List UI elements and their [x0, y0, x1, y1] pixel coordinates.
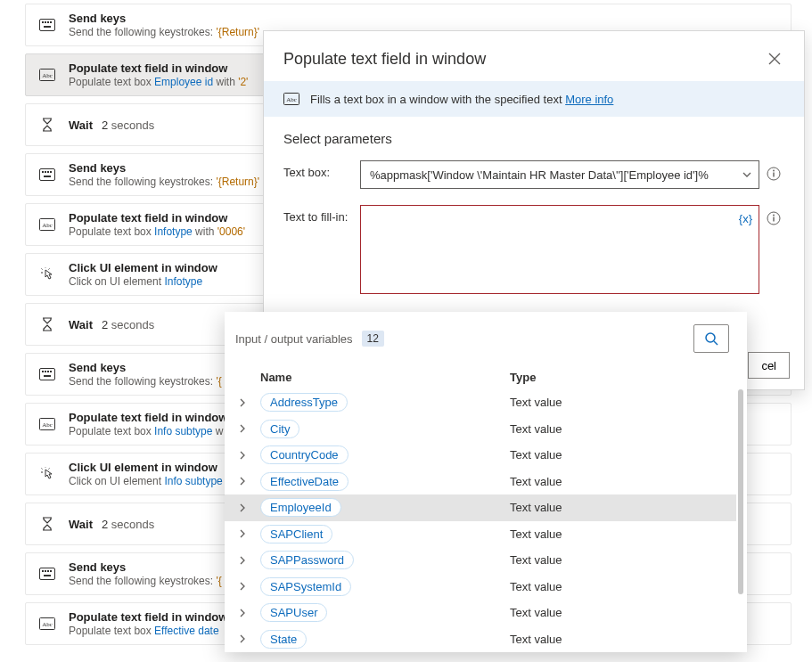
variable-type: Text value — [510, 553, 736, 567]
svg-rect-18 — [45, 371, 46, 372]
sendkeys-icon — [38, 565, 56, 583]
svg-rect-13 — [44, 176, 51, 177]
populate-icon: Abc — [38, 66, 56, 84]
populate-icon: Abc — [38, 216, 56, 233]
variable-row[interactable]: StateText value — [225, 626, 736, 653]
variable-row[interactable]: EmployeeIdText value — [225, 494, 736, 521]
variable-row[interactable]: SAPClientText value — [225, 521, 736, 548]
step-title: Populate text field in window — [69, 61, 248, 75]
svg-rect-16 — [40, 369, 55, 380]
populate-icon: Abc — [38, 415, 56, 433]
svg-rect-29 — [44, 575, 51, 576]
variable-chip[interactable]: CountryCode — [260, 445, 349, 464]
variable-row[interactable]: SAPSystemIdText value — [225, 574, 736, 601]
step-title: Send keys — [69, 560, 222, 574]
variable-row[interactable]: CountryCodeText value — [225, 442, 736, 469]
abc-icon: Abc — [283, 92, 299, 106]
svg-rect-1 — [42, 21, 44, 23]
populate-icon: Abc — [38, 615, 56, 633]
text-box-input[interactable] — [360, 160, 759, 189]
svg-text:Abc: Abc — [42, 72, 53, 79]
chevron-right-icon — [239, 424, 260, 433]
step-title: Wait — [69, 119, 93, 132]
column-header-type: Type — [510, 371, 736, 384]
svg-rect-39 — [773, 217, 774, 222]
variable-chip[interactable]: State — [260, 630, 307, 649]
variable-row[interactable]: SAPUserText value — [225, 600, 736, 626]
search-button[interactable] — [693, 324, 729, 353]
variable-type: Text value — [510, 633, 736, 646]
step-subtitle: Click on UI element Infotype — [69, 275, 217, 288]
variable-chip[interactable]: City — [260, 420, 299, 438]
info-icon[interactable] — [767, 160, 784, 181]
variable-row[interactable]: AddressTypeText value — [225, 389, 736, 416]
svg-rect-27 — [47, 570, 49, 572]
svg-rect-9 — [42, 171, 44, 173]
variable-row[interactable]: EffectiveDateText value — [225, 469, 736, 495]
more-info-link[interactable]: More info — [565, 93, 613, 106]
step-subtitle: Populate text box Effective date — [69, 625, 227, 637]
wait-icon — [38, 116, 56, 134]
text-to-fill-input[interactable] — [360, 205, 759, 294]
scrollbar[interactable] — [738, 389, 743, 594]
variable-row[interactable]: CityText value — [225, 416, 736, 443]
step-title: Wait — [69, 518, 93, 531]
svg-rect-17 — [42, 371, 44, 372]
search-icon — [704, 331, 718, 346]
variable-type: Text value — [510, 580, 736, 593]
svg-text:Abc: Abc — [42, 421, 53, 429]
step-title: Wait — [69, 318, 93, 331]
svg-point-35 — [773, 170, 775, 172]
step-title: Send keys — [69, 12, 259, 25]
svg-rect-10 — [45, 171, 46, 173]
chevron-right-icon — [239, 582, 260, 591]
chevron-right-icon — [239, 477, 260, 486]
variable-type: Text value — [510, 606, 736, 619]
click-icon — [38, 465, 56, 483]
variable-row[interactable]: SAPPasswordText value — [225, 547, 736, 574]
variable-chip[interactable]: EmployeeId — [260, 498, 341, 517]
svg-rect-11 — [47, 171, 49, 173]
step-subtitle: Send the following keystrokes: '{ — [69, 575, 222, 587]
variable-type: Text value — [510, 396, 736, 409]
svg-rect-36 — [773, 173, 774, 177]
svg-point-38 — [773, 215, 775, 217]
variable-type: Text value — [510, 501, 736, 514]
sendkeys-icon — [38, 166, 56, 184]
wait-seconds: 2 seconds — [102, 119, 154, 132]
cancel-button[interactable]: cel — [748, 352, 790, 379]
svg-rect-21 — [44, 375, 51, 377]
variable-type: Text value — [510, 475, 736, 488]
step-title: Send keys — [69, 161, 259, 175]
svg-rect-25 — [42, 570, 44, 572]
chevron-right-icon — [239, 451, 260, 460]
close-icon[interactable] — [765, 49, 784, 69]
variable-chip[interactable]: EffectiveDate — [260, 472, 349, 491]
chevron-right-icon — [239, 529, 260, 538]
wait-icon — [38, 315, 56, 333]
sendkeys-icon — [38, 16, 56, 34]
step-subtitle: Populate text box Infotype with '0006' — [69, 225, 245, 238]
variables-count-badge: 12 — [362, 331, 384, 347]
svg-rect-4 — [50, 21, 52, 23]
step-title: Populate text field in window — [69, 211, 245, 225]
svg-rect-19 — [47, 371, 49, 372]
column-header-name: Name — [260, 371, 510, 384]
dialog-info-bar: Abc Fills a text box in a window with th… — [264, 81, 804, 117]
fx-button[interactable]: {x} — [739, 212, 752, 225]
variable-chip[interactable]: SAPPassword — [260, 551, 354, 569]
step-title: Click UI element in window — [69, 461, 223, 474]
wait-seconds: 2 seconds — [102, 518, 154, 531]
info-icon[interactable] — [767, 205, 784, 225]
variables-popup: Input / output variables 12 Name Type Ad… — [225, 312, 747, 652]
svg-rect-8 — [40, 169, 55, 181]
variable-type: Text value — [510, 448, 736, 462]
svg-rect-5 — [44, 26, 51, 28]
variable-chip[interactable]: SAPClient — [260, 525, 332, 543]
variable-chip[interactable]: SAPSystemId — [260, 577, 351, 596]
variable-chip[interactable]: SAPUser — [260, 603, 327, 622]
step-subtitle: Send the following keystrokes: '{Return}… — [69, 26, 259, 38]
chevron-right-icon — [239, 609, 260, 617]
svg-rect-12 — [50, 171, 52, 173]
variable-chip[interactable]: AddressType — [260, 393, 348, 412]
